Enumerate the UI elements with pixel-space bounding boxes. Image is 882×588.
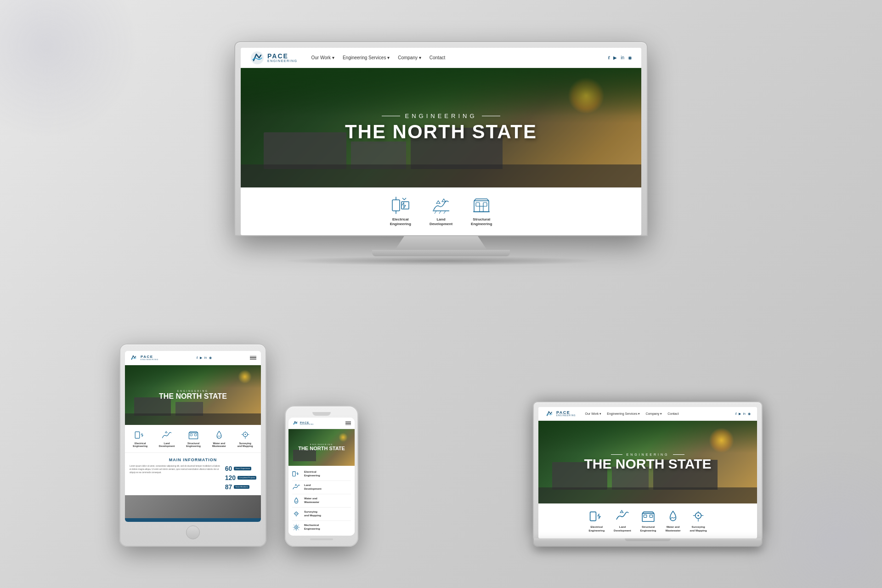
tablet-device: PACE ENGINEERING 𝐟 ▶ in ◉ — [119, 344, 266, 547]
tablet-info-section: MAIN INFORMATION Lorem ipsum dolor sit a… — [125, 452, 261, 495]
laptop-land-icon — [615, 509, 630, 524]
svg-point-16 — [294, 526, 298, 529]
phone-svc-electrical-label: ElectricalEngineering — [304, 470, 320, 478]
bg-decoration-right — [744, 450, 882, 588]
monitor-frame: PACE ENGINEERING Our Work ▾ Engineering … — [234, 41, 648, 236]
logo-text: PACE ENGINEERING — [267, 53, 298, 62]
phone-water-icon — [292, 497, 300, 505]
laptop-ig[interactable]: ◉ — [748, 412, 751, 416]
laptop-svc-water[interactable]: Water andWastewater — [665, 509, 680, 533]
svg-point-23 — [697, 515, 699, 516]
laptop-fb[interactable]: 𝐟 — [735, 412, 736, 416]
monitor-base — [372, 250, 510, 256]
laptop-hero-text: ENGINEERING THE NORTH STATE — [584, 453, 711, 471]
svg-rect-10 — [194, 434, 197, 435]
tablet-info-content: Lorem ipsum dolor sit amet, consectetur … — [130, 465, 256, 491]
tablet-stat-team-num: 87 — [225, 483, 232, 491]
laptop-yt[interactable]: ▶ — [739, 412, 741, 416]
social-facebook[interactable]: 𝐟 — [608, 55, 610, 61]
laptop-svc-structural[interactable]: StructuralEngineering — [640, 509, 656, 533]
laptop-nav-engineering[interactable]: Engineering Services ▾ — [607, 412, 640, 416]
phone-svc-survey-label: Surveyingand Mapping — [304, 510, 321, 518]
desktop-service-structural[interactable]: StructuralEngineering — [471, 196, 492, 227]
tablet-services: ElectricalEngineering LandDevelopment — [125, 425, 261, 452]
laptop-nav-contact[interactable]: Contact — [667, 412, 678, 416]
tablet-li-icon[interactable]: in — [204, 356, 207, 360]
tablet-navbar: PACE ENGINEERING 𝐟 ▶ in ◉ — [125, 351, 261, 365]
nav-our-work[interactable]: Our Work ▾ — [311, 55, 334, 60]
phone-hamburger[interactable] — [345, 421, 351, 425]
tablet-svc-survey[interactable]: Surveyingand Mapping — [237, 430, 253, 448]
phone-svc-water[interactable]: Water andWastewater — [292, 494, 351, 508]
phone-svc-electrical[interactable]: ElectricalEngineering — [292, 468, 351, 481]
desktop-service-land[interactable]: LandDevelopment — [430, 196, 452, 227]
tablet-home-button[interactable] — [186, 526, 200, 539]
nav-engineering[interactable]: Engineering Services ▾ — [343, 55, 390, 60]
phone-svc-mechanical-label: MechanicalEngineering — [304, 524, 320, 531]
laptop-survey-icon — [691, 509, 706, 524]
svg-point-17 — [296, 527, 297, 528]
social-instagram[interactable]: ◉ — [628, 55, 632, 61]
laptop-li[interactable]: in — [743, 412, 746, 416]
nav-company[interactable]: Company ▾ — [398, 55, 421, 60]
tablet-water-icon — [214, 430, 225, 441]
svg-rect-20 — [644, 515, 647, 518]
tablet-hero-title: THE NORTH STATE — [159, 392, 227, 401]
phone-survey-icon — [292, 510, 300, 518]
tablet-stat-1: 60 Years' Experience — [225, 465, 256, 472]
laptop-svc-land-label: LandDevelopment — [614, 526, 631, 533]
laptop-svc-electrical[interactable]: ElectricalEngineering — [588, 509, 605, 533]
svg-rect-21 — [650, 515, 652, 518]
laptop-svc-water-label: Water andWastewater — [665, 526, 680, 533]
phone-home-bar[interactable] — [310, 538, 333, 540]
service-electrical-label: ElectricalEngineering — [390, 217, 411, 227]
tablet-land-icon — [161, 430, 172, 441]
laptop-base — [533, 538, 763, 547]
phone-svc-survey[interactable]: Surveyingand Mapping — [292, 508, 351, 521]
tablet-info-title: MAIN INFORMATION — [130, 458, 256, 462]
tablet-social-icons: 𝐟 ▶ in ◉ — [197, 356, 212, 360]
phone-device: PACE ENGINEERING — [285, 406, 358, 547]
laptop-logo-sub: ENGINEERING — [556, 415, 576, 417]
tablet-survey-icon — [240, 430, 251, 441]
structural-icon — [472, 196, 491, 215]
phone-hero-title: THE NORTH STATE — [298, 446, 345, 451]
tablet-structural-icon — [188, 430, 199, 441]
social-youtube[interactable]: ▶ — [613, 55, 617, 61]
tablet-svc-electrical[interactable]: ElectricalEngineering — [133, 430, 147, 448]
laptop-svc-land[interactable]: LandDevelopment — [614, 509, 631, 533]
phone-svc-mechanical[interactable]: MechanicalEngineering — [292, 521, 351, 534]
tablet-yt-icon[interactable]: ▶ — [200, 356, 202, 360]
desktop-service-electrical[interactable]: ElectricalEngineering — [390, 196, 411, 227]
phone-svc-land[interactable]: LandDevelopment — [292, 481, 351, 494]
logo-pace-text: PACE — [267, 53, 298, 59]
tablet-svc-electrical-label: ElectricalEngineering — [133, 442, 147, 448]
tablet-svc-structural[interactable]: StructuralEngineering — [186, 430, 201, 448]
tablet-fb-icon[interactable]: 𝐟 — [197, 356, 198, 360]
logo-engineering-text: ENGINEERING — [267, 59, 298, 62]
tablet-svc-land[interactable]: LandDevelopment — [159, 430, 175, 448]
land-icon — [432, 196, 450, 215]
desktop-hero-title: THE NORTH STATE — [345, 121, 537, 142]
phone-notch — [312, 412, 331, 416]
phone-logo-icon — [292, 420, 299, 426]
social-linkedin[interactable]: in — [621, 55, 624, 61]
phone-hero-text: ENGINEERING THE NORTH STATE — [298, 443, 345, 451]
tablet-ig-icon[interactable]: ◉ — [209, 356, 212, 360]
laptop-nav-company[interactable]: Company ▾ — [645, 412, 662, 416]
tablet-electrical-icon — [135, 430, 146, 441]
desktop-device: PACE ENGINEERING Our Work ▾ Engineering … — [234, 41, 648, 266]
laptop-svc-survey[interactable]: Surveyingand Mapping — [690, 509, 707, 533]
tablet-svc-structural-label: StructuralEngineering — [186, 442, 201, 448]
tablet-svc-water[interactable]: Water andWastewater — [212, 430, 226, 448]
laptop-nav-work[interactable]: Our Work ▾ — [585, 412, 602, 416]
pace-logo-icon — [250, 51, 265, 65]
service-structural-label: StructuralEngineering — [471, 217, 492, 227]
desktop-services-row: ElectricalEngineering LandDevelopment — [241, 187, 641, 235]
nav-contact[interactable]: Contact — [430, 55, 445, 60]
tablet-stats: 60 Years' Experience 120 Completed Proje… — [225, 465, 256, 491]
tablet-hamburger[interactable] — [250, 356, 256, 360]
bg-decoration-left — [0, 0, 138, 138]
tablet-stat-team-label: Team Members — [234, 485, 249, 489]
svg-rect-9 — [190, 434, 192, 435]
